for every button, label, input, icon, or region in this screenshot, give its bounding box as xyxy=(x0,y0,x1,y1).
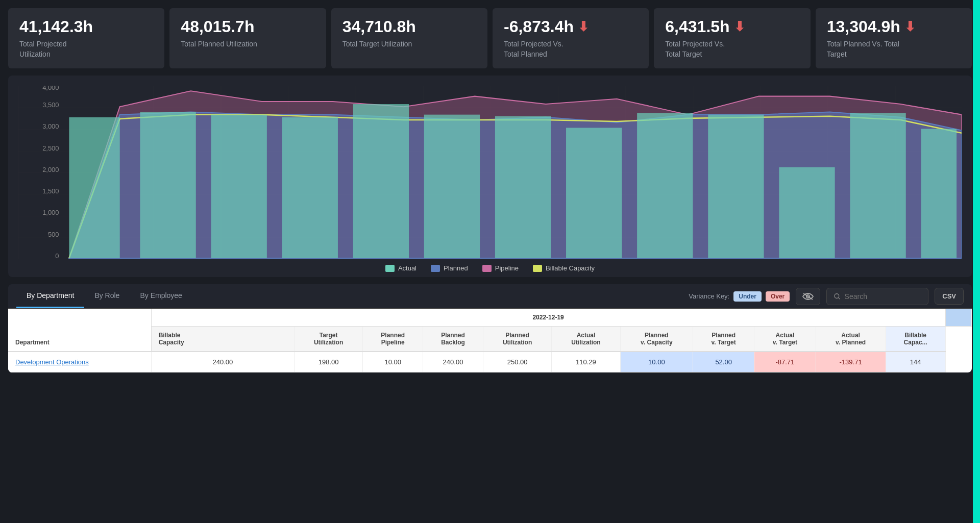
cell-actual-v-planned: -139.71 xyxy=(816,352,886,372)
svg-rect-13 xyxy=(140,112,195,258)
kpi-label-2: Total Target Utilization xyxy=(342,39,476,49)
col-actual-v-target: Actualv. Target xyxy=(754,327,816,352)
kpi-card-5: 13,304.9h ⬇ Total Planned Vs. TotalTarge… xyxy=(816,8,972,68)
svg-line-42 xyxy=(839,297,840,299)
svg-rect-21 xyxy=(708,115,764,258)
col-actual-v-planned: Actualv. Planned xyxy=(816,327,886,352)
kpi-label-3: Total Projected Vs.Total Planned xyxy=(504,39,638,59)
col-target-utilization: TargetUtilization xyxy=(294,327,362,352)
col-planned-v-capacity: Plannedv. Capacity xyxy=(620,327,693,352)
col-billable-capacity: BillableCapacity xyxy=(151,327,294,352)
cell-billable-cap2: 144 xyxy=(886,352,945,372)
svg-text:1,500: 1,500 xyxy=(42,187,59,195)
search-input[interactable] xyxy=(845,292,921,301)
legend-pipeline-color xyxy=(482,265,492,272)
arrow-down-icon-3: ⬇ xyxy=(578,19,589,35)
cell-actual-utilization: 110.29 xyxy=(552,352,620,372)
kpi-label-4: Total Projected Vs.Total Target xyxy=(665,39,799,59)
kpi-value-3: -6,873.4h ⬇ xyxy=(504,17,638,36)
svg-rect-17 xyxy=(424,115,480,258)
col-planned-pipeline: PlannedPipeline xyxy=(363,327,423,352)
tab-by-department[interactable]: By Department xyxy=(16,284,84,308)
svg-point-41 xyxy=(835,293,839,298)
svg-rect-19 xyxy=(566,128,622,259)
table-tabs: By Department By Role By Employee Varian… xyxy=(8,284,972,309)
arrow-down-icon-4: ⬇ xyxy=(734,19,745,35)
legend-actual-label: Actual xyxy=(398,264,416,272)
table-row: Development Operations 240.00 198.00 10.… xyxy=(8,352,972,372)
legend-billable-label: Billable Capacity xyxy=(546,264,595,272)
eye-off-icon xyxy=(802,292,814,301)
col-planned-v-target: Plannedv. Target xyxy=(693,327,754,352)
svg-text:2,000: 2,000 xyxy=(42,166,59,173)
svg-text:1,000: 1,000 xyxy=(42,209,59,216)
svg-text:500: 500 xyxy=(48,231,59,238)
svg-text:0: 0 xyxy=(55,252,59,259)
csv-export-button[interactable]: CSV xyxy=(935,288,964,305)
svg-text:3,500: 3,500 xyxy=(42,101,59,109)
data-table: Department 2022-12-19 BillableCapacity T… xyxy=(8,309,972,372)
chart-area: 0 500 1,000 1,500 2,000 2,500 3,000 3,50… xyxy=(18,86,962,259)
svg-rect-15 xyxy=(282,117,338,258)
legend-pipeline: Pipeline xyxy=(482,264,519,272)
svg-rect-16 xyxy=(353,104,409,258)
kpi-value-5: 13,304.9h ⬇ xyxy=(827,17,961,36)
legend-pipeline-label: Pipeline xyxy=(495,264,519,272)
cell-target-utilization: 198.00 xyxy=(294,352,362,372)
legend-actual: Actual xyxy=(385,264,416,272)
legend-billable-color xyxy=(533,265,542,272)
search-icon xyxy=(834,293,840,300)
svg-rect-22 xyxy=(779,167,835,258)
kpi-label-1: Total Planned Utilization xyxy=(181,39,314,49)
date-header-blue xyxy=(945,309,972,327)
kpi-value-2: 34,710.8h xyxy=(342,17,476,36)
kpi-value-4: 6,431.5h ⬇ xyxy=(665,17,799,36)
kpi-card-4: 6,431.5h ⬇ Total Projected Vs.Total Targ… xyxy=(654,8,810,68)
cell-actual-v-target: -87.71 xyxy=(754,352,816,372)
col-planned-utilization: PlannedUtilization xyxy=(483,327,551,352)
kpi-label-0: Total ProjectedUtilization xyxy=(19,39,153,59)
svg-rect-12 xyxy=(69,117,119,258)
variance-under-badge: Under xyxy=(733,291,762,302)
legend-billable: Billable Capacity xyxy=(533,264,595,272)
col-billable-cap2: BillableCapac... xyxy=(886,327,945,352)
kpi-card-3: -6,873.4h ⬇ Total Projected Vs.Total Pla… xyxy=(493,8,649,68)
chart-legend: Actual Planned Pipeline Billable Capacit… xyxy=(18,264,962,272)
cell-department[interactable]: Development Operations xyxy=(8,352,151,372)
variance-over-badge: Over xyxy=(766,291,790,302)
cell-planned-v-capacity: 10.00 xyxy=(620,352,693,372)
chart-container: 0 500 1,000 1,500 2,000 2,500 3,000 3,50… xyxy=(8,76,972,277)
visibility-toggle-button[interactable] xyxy=(796,288,820,305)
col-planned-backlog: PlannedBacklog xyxy=(423,327,483,352)
svg-text:4,000: 4,000 xyxy=(42,86,59,91)
cell-billable-capacity: 240.00 xyxy=(151,352,294,372)
svg-text:2,500: 2,500 xyxy=(42,144,59,152)
svg-rect-20 xyxy=(637,113,693,258)
legend-planned-color xyxy=(431,265,440,272)
cell-planned-utilization: 250.00 xyxy=(483,352,551,372)
cell-planned-v-target: 52.00 xyxy=(693,352,754,372)
kpi-value-1: 48,015.7h xyxy=(181,17,314,36)
svg-rect-24 xyxy=(921,129,957,258)
col-header-department: Department xyxy=(8,309,151,352)
kpi-card-1: 48,015.7h Total Planned Utilization xyxy=(169,8,326,68)
cell-planned-pipeline: 10.00 xyxy=(363,352,423,372)
legend-actual-color xyxy=(385,265,395,272)
table-section: By Department By Role By Employee Varian… xyxy=(8,284,972,372)
cell-planned-backlog: 240.00 xyxy=(423,352,483,372)
variance-key-label: Variance Key: xyxy=(689,292,729,300)
search-box[interactable] xyxy=(826,288,928,305)
kpi-value-0: 41,142.3h xyxy=(19,17,153,36)
table-controls: Variance Key: Under Over xyxy=(689,288,964,305)
chart-svg: 0 500 1,000 1,500 2,000 2,500 3,000 3,50… xyxy=(18,86,962,259)
legend-planned: Planned xyxy=(431,264,468,272)
tab-by-employee[interactable]: By Employee xyxy=(130,284,192,308)
variance-key: Variance Key: Under Over xyxy=(689,291,790,302)
svg-rect-18 xyxy=(495,116,551,258)
arrow-down-icon-5: ⬇ xyxy=(904,19,916,35)
tab-by-role[interactable]: By Role xyxy=(84,284,130,308)
svg-rect-14 xyxy=(211,115,267,258)
kpi-card-2: 34,710.8h Total Target Utilization xyxy=(331,8,487,68)
svg-rect-23 xyxy=(850,113,905,258)
date-header: 2022-12-19 xyxy=(151,309,945,327)
